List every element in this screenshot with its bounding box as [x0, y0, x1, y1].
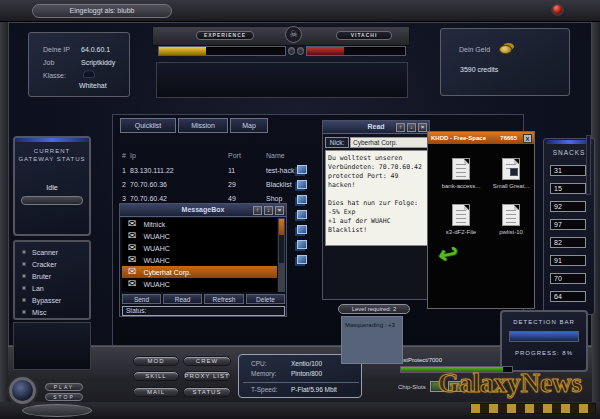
send-button[interactable]: Send [122, 294, 161, 304]
nick-field[interactable]: Cyberhat Corp. [350, 137, 428, 148]
snack-value[interactable]: 91 [550, 255, 586, 266]
row-port: 11 [228, 167, 235, 174]
scroll-down-icon[interactable]: ↓ [407, 123, 416, 132]
detection-progress: PROGRESS: 8% [502, 350, 586, 356]
read-button[interactable]: Read [163, 294, 202, 304]
close-icon[interactable]: × [418, 123, 427, 132]
file-label: s3-dF2-File [436, 229, 486, 235]
snack-value[interactable]: 70 [550, 273, 586, 284]
close-icon[interactable]: × [275, 206, 284, 215]
file-icon [502, 158, 520, 180]
bullet-icon [22, 250, 26, 254]
mod-button[interactable]: MOD [133, 356, 179, 366]
right-scrollbar[interactable] [586, 135, 591, 195]
detection-panel: DETECTION BAR PROGRESS: 8% [500, 310, 588, 372]
tab-quicklist[interactable]: Quicklist [120, 118, 176, 133]
menu-item-bypasser[interactable]: Bypasser [15, 294, 89, 306]
khdd-free-space: 76665 [500, 135, 517, 141]
menu-item-bruter[interactable]: Bruter [15, 270, 89, 282]
attachment-icon[interactable] [297, 225, 307, 234]
login-tab[interactable]: Eingeloggt als: blubb [32, 4, 172, 18]
message-scrollbar[interactable] [278, 218, 285, 292]
bar-toggle-right[interactable] [297, 47, 304, 55]
close-icon[interactable]: X [523, 134, 532, 143]
chip-slots-label: Chip-Slots [398, 384, 426, 390]
file-label: pwlist-10 [486, 229, 536, 235]
job-label: Job [43, 59, 54, 66]
attachment-icon[interactable] [297, 165, 307, 174]
message-item[interactable]: ✉WUAHC [122, 278, 277, 290]
snack-value[interactable]: 97 [550, 219, 586, 230]
message-sender: Mitnick [143, 221, 165, 228]
message-item[interactable]: ✉WUAHC [122, 242, 277, 254]
job-value: Scriptkiddy [81, 59, 115, 66]
snack-value[interactable]: 64 [550, 291, 586, 302]
player-info-panel: Deine IP 64.0.60.1 Job Scriptkiddy Klass… [28, 32, 130, 97]
scrollbar-section[interactable] [279, 263, 284, 291]
attachment-icon[interactable] [297, 210, 307, 219]
scrollbar-thumb[interactable] [279, 219, 284, 235]
row-name: test-hack [266, 167, 294, 174]
attachment-icon[interactable] [297, 195, 307, 204]
menu-item-scanner[interactable]: Scanner [15, 246, 89, 258]
snack-value[interactable]: 15 [550, 183, 586, 194]
vitality-fill [307, 47, 344, 55]
mail-button[interactable]: MAIL [133, 387, 179, 397]
menu-item-lan[interactable]: Lan [15, 282, 89, 294]
experience-fill [159, 47, 206, 55]
message-sender: WUAHC [143, 257, 169, 264]
bottom-emblem [22, 404, 92, 417]
experience-label: EXPERIENCE [196, 31, 254, 40]
power-button[interactable] [551, 3, 564, 16]
message-item[interactable]: ✉WUAHC [122, 254, 277, 266]
scroll-up-icon[interactable]: ↑ [253, 206, 262, 215]
panel-arc [15, 138, 89, 142]
attachment-icon[interactable] [297, 240, 307, 249]
proxy-list-button[interactable]: PROXY LIST [183, 371, 231, 381]
attachment-icon[interactable] [297, 180, 307, 189]
message-item-selected[interactable]: ✉Cyberhat Corp. [122, 266, 277, 278]
crew-button[interactable]: CREW [183, 356, 231, 366]
file-item[interactable]: s3-dF2-File [436, 204, 486, 235]
message-sender: WUAHC [143, 233, 169, 240]
experience-bar [158, 46, 286, 56]
snack-value[interactable]: 92 [550, 201, 586, 212]
refresh-button[interactable]: Refresh [204, 294, 244, 304]
row-name: Blacklist [266, 181, 292, 188]
khdd-titlebar[interactable]: KHDD - Free-Space 76665 X [428, 132, 534, 144]
file-item[interactable]: pwlist-10 [486, 204, 536, 235]
attachment-icon[interactable] [297, 255, 307, 264]
file-item[interactable]: Small Great... [486, 158, 536, 189]
gateway-action-button[interactable] [21, 196, 83, 205]
tab-map[interactable]: Map [230, 118, 268, 133]
skill-button[interactable]: SKILL [133, 371, 179, 381]
stop-button[interactable]: STOP [45, 393, 83, 401]
play-button[interactable]: PLAY [45, 383, 83, 391]
back-arrow-icon[interactable]: ↩ [435, 238, 460, 270]
row-index: 2 [122, 181, 126, 188]
menu-item-cracker[interactable]: Cracker [15, 258, 89, 270]
messagebox-window: MessageBox ↑ ↓ × ✉Mitnick ✉WUAHC ✉WUAHC … [119, 203, 287, 317]
menu-item-misc[interactable]: Misc [15, 306, 89, 318]
header-screen [156, 62, 408, 98]
row-port: 49 [228, 195, 236, 202]
scroll-down-icon[interactable]: ↓ [264, 206, 273, 215]
status-field: Status: [122, 306, 285, 316]
volume-knob[interactable] [9, 377, 36, 404]
tab-mission[interactable]: Mission [178, 118, 228, 133]
tooltip-box: Masquerading : +3 [341, 316, 403, 364]
snack-value[interactable]: 31 [550, 165, 586, 176]
memory-label: Memory: [251, 370, 276, 377]
snack-value[interactable]: 82 [550, 237, 586, 248]
bar-toggle-left[interactable] [288, 47, 295, 55]
file-item[interactable]: bank-access... [436, 158, 486, 189]
read-titlebar[interactable]: Read ↑ ↓ × [323, 121, 429, 134]
message-item[interactable]: ✉Mitnick [122, 218, 277, 230]
message-item[interactable]: ✉WUAHC [122, 230, 277, 242]
status-button[interactable]: STATUS [183, 387, 231, 397]
scroll-up-icon[interactable]: ↑ [396, 123, 405, 132]
envelope-icon: ✉ [128, 255, 136, 265]
gateway-status: Idle [15, 184, 89, 191]
messagebox-titlebar[interactable]: MessageBox ↑ ↓ × [120, 204, 286, 217]
delete-button[interactable]: Delete [246, 294, 285, 304]
